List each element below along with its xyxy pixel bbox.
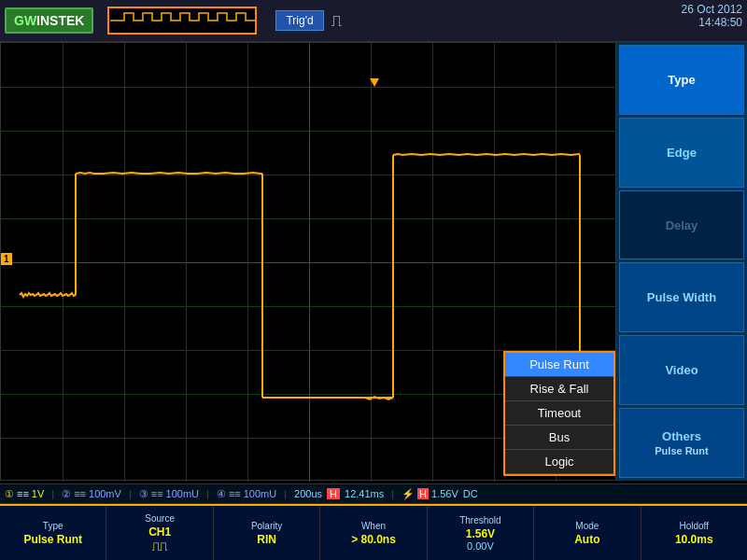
logo: GWINSTEK <box>5 7 93 34</box>
holdoff-bottom-btn[interactable]: Holdoff 10.0ms <box>641 506 747 560</box>
trig-level-status: ⚡ H 1.56V <box>402 488 458 500</box>
pulse-width-button[interactable]: Pulse Width <box>619 262 744 332</box>
h-status: H <box>327 488 340 499</box>
polarity-bottom-btn[interactable]: Polarity RIN <box>214 506 320 560</box>
status-bar: ① ≡≡ 1V | ② ≡≡ 100mV | ③ ≡≡ 100mU | ④ ≡≡… <box>0 483 747 504</box>
edge-button[interactable]: Edge <box>619 118 744 188</box>
coupling-status: DC <box>463 488 478 499</box>
menu-item-bus[interactable]: Bus <box>505 426 613 450</box>
ch1-marker: 1 <box>1 253 12 265</box>
menu-item-logic[interactable]: Logic <box>505 450 613 474</box>
waveform-preview <box>107 7 257 35</box>
mode-bottom-btn[interactable]: Mode Auto <box>534 506 641 560</box>
scope-area: 1 Pulse Runt Rise & Fall Timeout Bus Log… <box>0 42 616 481</box>
source-bottom-btn[interactable]: Source CH1 ⎍⎍ <box>106 506 213 560</box>
timebase-status: 200us <box>294 488 322 499</box>
svg-marker-3 <box>370 78 379 87</box>
datetime: 26 Oct 2012 14:48:50 <box>682 3 742 29</box>
menu-item-rise-fall[interactable]: Rise & Fall <box>505 377 613 401</box>
ch3-status: ③ ≡≡ 100mU <box>139 488 199 500</box>
trig-icon: ⎍ <box>331 11 342 31</box>
bottom-bar: Type Pulse Runt Source CH1 ⎍⎍ Polarity R… <box>0 504 747 560</box>
threshold-bottom-btn[interactable]: Threshold 1.56V 0.00V <box>428 506 534 560</box>
delay-button[interactable]: Delay <box>619 190 744 260</box>
ch2-status: ② ≡≡ 100mV <box>62 488 121 500</box>
others-pulse-runt-button[interactable]: Others Pulse Runt <box>619 408 744 478</box>
time-val-status: 12.41ms <box>345 488 384 499</box>
dropdown-menu[interactable]: Pulse Runt Rise & Fall Timeout Bus Logic <box>503 351 615 476</box>
video-button[interactable]: Video <box>619 335 744 405</box>
pulse-icon: ⎍⎍ <box>152 539 167 553</box>
type-bottom-btn[interactable]: Type Pulse Runt <box>0 506 106 560</box>
ch4-status: ④ ≡≡ 100mU <box>217 488 276 500</box>
right-panel: Type Edge Delay Pulse Width Video Others… <box>616 42 747 481</box>
header: GWINSTEK Trig'd ⎍ 26 Oct 2012 14:48:50 <box>0 0 747 42</box>
ch1-status: ① ≡≡ 1V <box>5 488 44 500</box>
type-button[interactable]: Type <box>619 45 744 115</box>
menu-item-pulse-runt[interactable]: Pulse Runt <box>505 353 613 377</box>
trig-badge: Trig'd <box>275 10 323 31</box>
menu-item-timeout[interactable]: Timeout <box>505 401 613 426</box>
when-bottom-btn[interactable]: When > 80.0ns <box>320 506 427 560</box>
